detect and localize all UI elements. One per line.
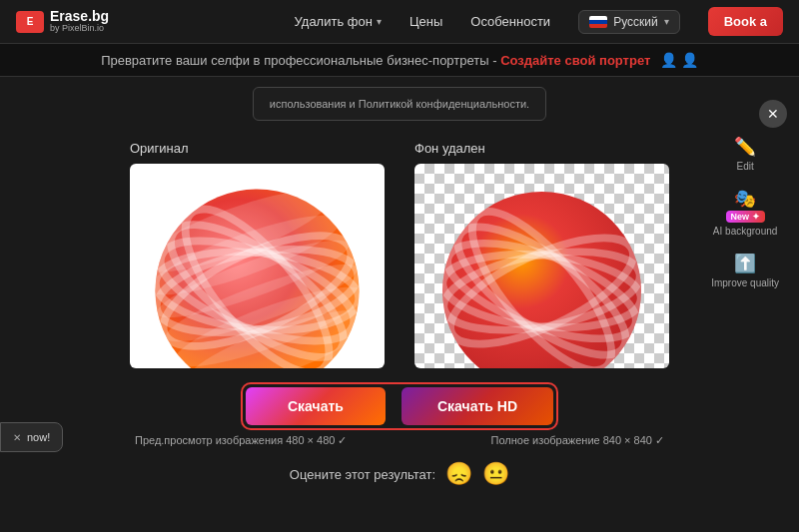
edit-icon: ✏️ xyxy=(734,136,756,158)
promo-icons: 👤 👤 xyxy=(660,52,698,68)
chat-bubble: ✕ now! xyxy=(0,422,63,452)
language-selector[interactable]: Русский ▾ xyxy=(578,10,680,34)
logo-sub-text: by PixelBin.io xyxy=(50,24,109,34)
tool-ai-background[interactable]: 🎭 New ✦ AI background xyxy=(705,182,786,243)
promo-banner: Превратите ваши селфи в профессиональные… xyxy=(0,44,799,77)
book-button[interactable]: Book a xyxy=(708,7,783,36)
improve-quality-icon: ⬆️ xyxy=(734,253,756,274)
edit-label: Edit xyxy=(736,161,753,172)
result-label: Фон удален xyxy=(414,141,485,156)
logo-icon: E xyxy=(16,11,44,33)
header-nav: Удалить фон ▾ Цены Особенности Русский ▾… xyxy=(295,7,783,36)
tool-edit[interactable]: ✏️ Edit xyxy=(726,130,764,178)
ai-background-label: AI background xyxy=(713,226,778,237)
flag-icon xyxy=(589,16,607,28)
sidebar-tools: ✏️ Edit 🎭 New ✦ AI background ⬆️ Improve… xyxy=(703,130,787,294)
info-text-row: Пред.просмотр изображения 480 × 480 ✓ По… xyxy=(135,434,664,447)
improve-quality-label: Improve quality xyxy=(711,277,779,288)
download-hd-button[interactable]: Скачать HD xyxy=(401,387,553,425)
chevron-down-icon-lang: ▾ xyxy=(664,16,669,27)
new-badge: New ✦ xyxy=(726,211,765,223)
nav-prices[interactable]: Цены xyxy=(409,14,442,29)
ai-background-icon: 🎭 xyxy=(734,188,756,210)
rating-label: Оцените этот результат: xyxy=(290,467,435,482)
sad-emoji[interactable]: 😞 xyxy=(445,461,472,487)
logo[interactable]: E Erase.bg by PixelBin.io xyxy=(16,9,109,34)
result-image-box xyxy=(414,164,669,368)
comparison-area: Оригинал xyxy=(70,141,729,368)
tool-improve-quality[interactable]: ⬆️ Improve quality xyxy=(703,247,787,294)
rating-row: Оцените этот результат: 😞 😐 xyxy=(290,461,509,487)
nav-features[interactable]: Особенности xyxy=(470,14,550,29)
logo-text: Erase.bg by PixelBin.io xyxy=(50,9,109,34)
result-panel: Фон удален xyxy=(414,141,669,368)
hd-info-text: Полное изображение 840 × 840 ✓ xyxy=(491,434,664,447)
ok-emoji[interactable]: 😐 xyxy=(482,461,509,487)
main-content: Оригинал xyxy=(0,131,799,487)
original-image-box xyxy=(130,164,385,368)
logo-main-text: Erase.bg xyxy=(50,9,109,24)
consent-overlay: использования и Политикой конфиденциальн… xyxy=(253,87,546,121)
header: E Erase.bg by PixelBin.io Удалить фон ▾ … xyxy=(0,0,799,44)
original-label: Оригинал xyxy=(130,141,189,156)
download-button[interactable]: Скачать xyxy=(246,387,386,425)
nav-remove-bg[interactable]: Удалить фон ▾ xyxy=(295,14,382,29)
chat-text: now! xyxy=(27,431,50,443)
promo-link[interactable]: Создайте свой портрет xyxy=(500,53,650,68)
chat-close-icon[interactable]: ✕ xyxy=(13,432,21,443)
original-globe-svg xyxy=(130,164,385,368)
close-button[interactable]: ✕ xyxy=(759,100,787,128)
original-info-text: Пред.просмотр изображения 480 × 480 ✓ xyxy=(135,434,347,447)
original-panel: Оригинал xyxy=(130,141,385,368)
download-buttons-container: Скачать Скачать HD xyxy=(241,382,558,430)
result-globe-svg xyxy=(414,164,669,368)
chevron-down-icon: ▾ xyxy=(377,16,382,27)
